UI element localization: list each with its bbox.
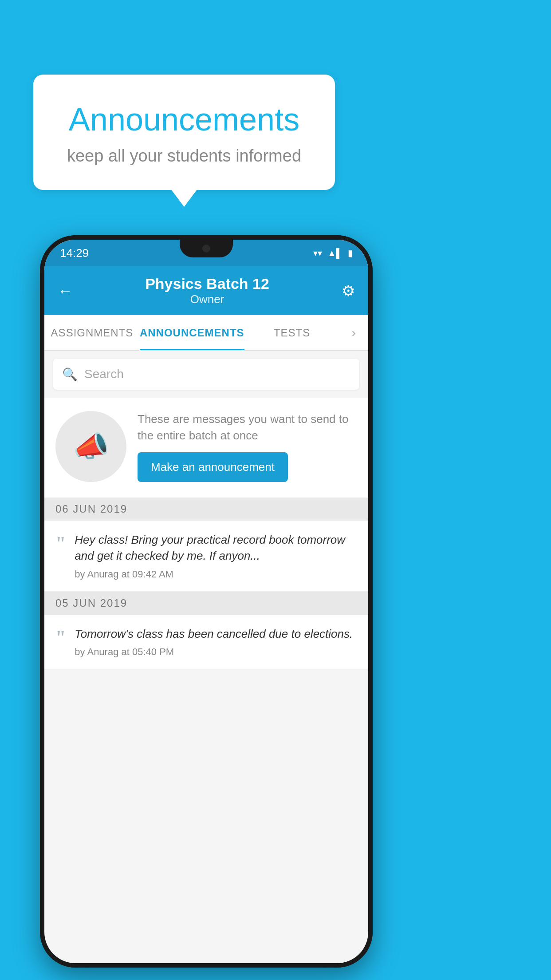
content-area: 🔍 Search 📣 These are messages you want t… [44,351,368,669]
announcement-item-2[interactable]: " Tomorrow's class has been cancelled du… [44,615,368,669]
header-center: Physics Batch 12 Owner [145,275,269,306]
tab-tests[interactable]: TESTS [244,315,340,350]
signal-icon: ▲▌ [327,248,342,258]
settings-icon[interactable]: ⚙ [342,282,355,300]
quote-icon-1: " [55,534,66,553]
promo-card: 📣 These are messages you want to send to… [44,398,368,498]
announcement-text-2: Tomorrow's class has been cancelled due … [75,626,357,658]
quote-icon-2: " [55,628,66,647]
front-camera [202,245,210,253]
speech-bubble-title: Announcements [55,101,313,138]
announcement-text-1: Hey class! Bring your practical record b… [75,532,357,580]
tab-assignments[interactable]: ASSIGNMENTS [44,315,140,350]
search-icon: 🔍 [62,367,78,382]
tabs-bar: ASSIGNMENTS ANNOUNCEMENTS TESTS › [44,315,368,351]
phone-inner: 14:29 ▾▾ ▲▌ ▮ ← Physics Batch 12 Owner [40,235,373,968]
date-separator-june6: 06 JUN 2019 [44,498,368,521]
phone-frame: 14:29 ▾▾ ▲▌ ▮ ← Physics Batch 12 Owner [40,235,373,968]
notch [180,240,233,257]
megaphone-icon: 📣 [73,430,109,463]
search-input[interactable]: Search [84,367,124,381]
promo-text-area: These are messages you want to send to t… [138,411,357,482]
announcement-meta-1: by Anurag at 09:42 AM [75,569,357,580]
status-time: 14:29 [60,246,89,260]
status-bar-area: 14:29 ▾▾ ▲▌ ▮ [44,240,368,266]
announcement-item-1[interactable]: " Hey class! Bring your practical record… [44,521,368,592]
app-header: ← Physics Batch 12 Owner ⚙ [44,266,368,315]
speech-bubble-card: Announcements keep all your students inf… [33,75,335,190]
tab-more[interactable]: › [340,315,368,350]
announcement-message-2: Tomorrow's class has been cancelled due … [75,626,357,642]
announcement-meta-2: by Anurag at 05:40 PM [75,646,357,658]
status-icons: ▾▾ ▲▌ ▮ [313,248,353,258]
header-title: Physics Batch 12 [145,275,269,292]
date-separator-june5: 05 JUN 2019 [44,592,368,615]
phone-screen: 14:29 ▾▾ ▲▌ ▮ ← Physics Batch 12 Owner [44,240,368,963]
header-subtitle: Owner [145,292,269,306]
promo-description: These are messages you want to send to t… [138,411,357,443]
wifi-icon: ▾▾ [313,248,322,258]
search-bar[interactable]: 🔍 Search [53,359,359,390]
battery-icon: ▮ [348,248,353,258]
back-button[interactable]: ← [58,282,73,300]
speech-bubble-subtitle: keep all your students informed [55,146,313,166]
announcement-message-1: Hey class! Bring your practical record b… [75,532,357,564]
make-announcement-button[interactable]: Make an announcement [138,452,288,482]
tab-announcements[interactable]: ANNOUNCEMENTS [140,315,244,350]
promo-icon-circle: 📣 [55,411,126,482]
